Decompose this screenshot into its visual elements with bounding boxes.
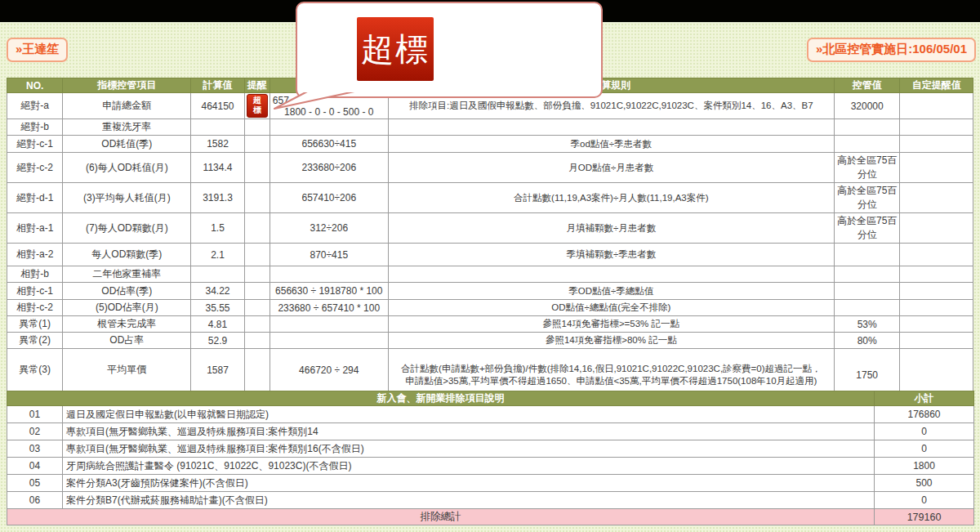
cell-formula [270, 333, 388, 349]
cell-no: 異常(3) [7, 349, 63, 391]
cell-no: 絕對-c-1 [7, 136, 63, 153]
exclusion-subtotal: 176860 [875, 406, 974, 423]
exclusion-row: 01週日及國定假日申報點數(以申報就醫日期認定)176860 [7, 406, 974, 423]
exclusion-total-row: 排除總計 179160 [7, 509, 974, 525]
cell-formula: 656630÷415 [270, 136, 388, 153]
cell-limit [834, 244, 899, 266]
cell-limit: 320000 [834, 93, 899, 119]
cell-item: (6)每人OD耗值(月) [63, 153, 191, 183]
report-page: »王達笙 »北區控管實施日:106/05/01 NO. 指標控管項目 計算值 提… [0, 0, 980, 532]
cell-value: 4.81 [191, 316, 244, 333]
exclusion-total-value: 179160 [875, 509, 974, 525]
cell-alert [244, 266, 270, 283]
exclusion-desc: 案件分類B7(代辦戒菸服務補助計畫)(不含假日) [63, 492, 875, 509]
cell-formula [270, 119, 388, 136]
cell-limit [834, 266, 899, 283]
exclusion-no: 05 [7, 475, 63, 492]
cell-item: OD佔率(季) [63, 283, 191, 300]
table-row: 相對-b二年他家重補率 [7, 266, 973, 283]
cell-formula [270, 266, 388, 283]
subtotal-header: 小計 [875, 391, 974, 406]
cell-limit [834, 283, 899, 300]
cell-no: 相對-a-2 [7, 244, 63, 266]
exclusion-header-row: 新入會、新開業排除項目說明 小計 [7, 391, 974, 406]
cell-value: 1134.4 [191, 153, 244, 183]
cell-value: 35.55 [191, 300, 244, 316]
cell-alert [244, 119, 270, 136]
cell-custom [900, 119, 973, 136]
exclusion-no: 01 [7, 406, 63, 423]
cell-alert [244, 136, 270, 153]
exclusion-desc: 專款項目(無牙醫鄉執業、巡迴及特殊服務項目:案件類別16(不含假日) [63, 440, 875, 458]
cell-alert [244, 349, 270, 391]
cell-no: 相對-a-1 [7, 213, 63, 244]
cell-no: 絕對-c-2 [7, 153, 63, 183]
cell-value: 34.22 [191, 283, 244, 300]
table-row: 絕對-b重複洗牙率 [7, 119, 973, 136]
exclusion-no: 02 [7, 423, 63, 440]
exclusion-total-label: 排除總計 [7, 509, 875, 525]
popup-tail-pointer [270, 87, 376, 112]
exclusion-desc: 牙周病統合照護計畫醫令 (91021C、91022C、91023C)(不含假日) [63, 458, 875, 475]
doctor-name-badge[interactable]: »王達笙 [7, 38, 68, 62]
col-header-custom: 自定提醒值 [900, 78, 973, 93]
exclusion-subtotal: 500 [875, 475, 974, 492]
cell-no: 異常(2) [7, 333, 63, 349]
cell-rule: 季填補顆數÷季患者數 [388, 244, 834, 266]
over-limit-badge[interactable]: 超標 [247, 94, 268, 118]
cell-custom [900, 316, 973, 333]
exclusion-no: 06 [7, 492, 63, 509]
cell-custom [900, 136, 973, 153]
region-control-date-badge[interactable]: »北區控管實施日:106/05/01 [807, 38, 976, 62]
cell-custom [900, 300, 973, 316]
cell-value [191, 266, 244, 283]
cell-rule: 參照14項免審指標>80% 記一點 [388, 333, 834, 349]
cell-limit: 53% [834, 316, 899, 333]
cell-custom [900, 283, 973, 300]
cell-alert [244, 300, 270, 316]
cell-alert [244, 316, 270, 333]
cell-value: 2.1 [191, 244, 244, 266]
exclusion-subtotal: 0 [875, 423, 974, 440]
cell-rule: 季od點值÷季患者數 [388, 136, 834, 153]
col-header-alert: 提醒 [244, 78, 270, 93]
cell-formula: 233680 ÷ 657410 * 100 [270, 300, 388, 316]
cell-formula [270, 316, 388, 333]
exclusion-items-table: 新入會、新開業排除項目說明 小計 01週日及國定假日申報點數(以申報就醫日期認定… [7, 391, 974, 525]
col-header-limit: 控管值 [834, 78, 899, 93]
cell-no: 相對-c-2 [7, 300, 63, 316]
cell-rule: 季OD點值÷季總點值 [388, 283, 834, 300]
exclusion-desc: 週日及國定假日申報點數(以申報就醫日期認定) [63, 406, 875, 423]
over-limit-popup-label: 超標 [357, 17, 434, 81]
cell-item: 平均單價 [63, 349, 191, 391]
cell-limit: 高於全區75百分位 [834, 153, 899, 183]
cell-limit: 高於全區75百分位 [834, 183, 899, 213]
cell-no: 相對-c-1 [7, 283, 63, 300]
cell-item: (5)OD佔率(月) [63, 300, 191, 316]
table-row: 絕對-c-1OD耗值(季)1582656630÷415季od點值÷季患者數 [7, 136, 973, 153]
cell-custom [900, 333, 973, 349]
exclusion-row: 05案件分類A3(牙齒預防保健案件)(不含假日)500 [7, 475, 974, 492]
cell-rule [388, 119, 834, 136]
cell-rule [388, 266, 834, 283]
cell-value [191, 119, 244, 136]
cell-custom [900, 266, 973, 283]
cell-formula: 870÷415 [270, 244, 388, 266]
exclusion-row: 06案件分類B7(代辦戒菸服務補助計畫)(不含假日)0 [7, 492, 974, 509]
exclusion-desc: 專款項目(無牙醫鄉執業、巡迴及特殊服務項目:案件類別14 [63, 423, 875, 440]
cell-rule: OD點值÷總點值(完全不排除) [388, 300, 834, 316]
cell-item: 申請總金額 [63, 93, 191, 119]
cell-item: 每人OD顆數(季) [63, 244, 191, 266]
cell-formula: 657410÷206 [270, 183, 388, 213]
over-limit-popup: 超標 [296, 2, 603, 98]
cell-limit [834, 300, 899, 316]
cell-item: (3)平均每人耗值(月) [63, 183, 191, 213]
cell-no: 異常(1) [7, 316, 63, 333]
cell-rule: 月填補顆數÷月患者數 [388, 213, 834, 244]
exclusion-subtotal: 1800 [875, 458, 974, 475]
exclusion-subtotal: 0 [875, 440, 974, 458]
table-row: 相對-a-2每人OD顆數(季)2.1870÷415季填補顆數÷季患者數 [7, 244, 973, 266]
cell-item: (7)每人OD顆數(月) [63, 213, 191, 244]
exclusion-row: 02專款項目(無牙醫鄉執業、巡迴及特殊服務項目:案件類別140 [7, 423, 974, 440]
cell-alert: 超標 [244, 93, 270, 119]
